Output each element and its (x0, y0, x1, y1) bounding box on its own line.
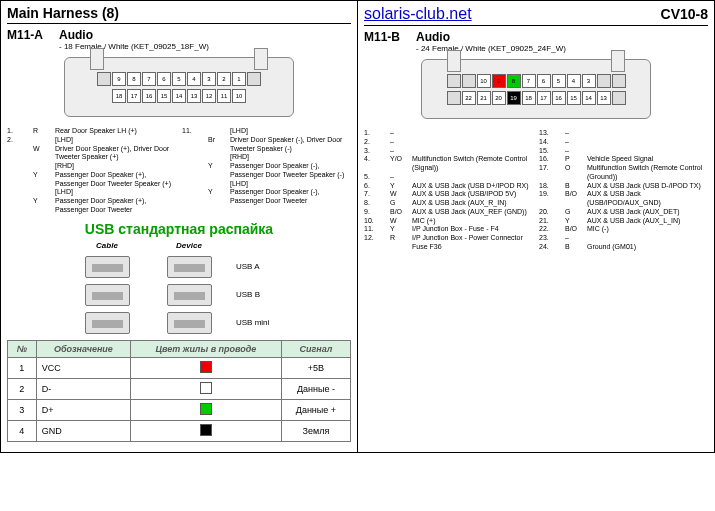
pinout-row: 11.[LHD] (182, 127, 351, 136)
connector-pin (612, 91, 626, 105)
pinout-row: 24.BGround (GM01) (539, 243, 708, 252)
connector-pin: 8 (507, 74, 521, 88)
table-row: 2D-Данные - (8, 378, 351, 399)
connector-pin: 5 (552, 74, 566, 88)
connector-pin: 16 (552, 91, 566, 105)
pinout-row: 1.– (364, 129, 533, 138)
usb-plug-icon (85, 312, 130, 334)
usb-type-label: USB B (236, 290, 286, 299)
table-header: № (8, 340, 37, 357)
usb-col-header: Device (154, 241, 224, 250)
connector-pin (612, 74, 626, 88)
connector-pin: 3 (202, 72, 216, 86)
connector-pin: 20 (492, 91, 506, 105)
connector-pin: 14 (172, 89, 186, 103)
connector-pin: 4 (187, 72, 201, 86)
connector-pin: 3 (582, 74, 596, 88)
usb-title: USB стандартная распайка (7, 221, 351, 237)
connector-pin (447, 91, 461, 105)
table-header: Обозначение (36, 340, 130, 357)
connector-pin: 12 (202, 89, 216, 103)
table-row: 4GNDЗемля (8, 420, 351, 441)
pinout-row: 4.Y/OMultifunction Switch (Remote Contro… (364, 155, 533, 173)
color-swatch (200, 382, 212, 394)
pinout-row: [LHD] (182, 180, 351, 189)
connector-pin: 19 (507, 91, 521, 105)
connector-title: Audio (59, 28, 209, 42)
pinout-row: 10.WMIC (+) (364, 217, 533, 226)
pinout-row: 21.YAUX & USB Jack (AUX_L_IN) (539, 217, 708, 226)
pinout-row: BrDriver Door Speaker (-), Driver Door T… (182, 136, 351, 154)
connector-pin: 18 (522, 91, 536, 105)
pinout-table-right: 1.–2.–3.–4.Y/OMultifunction Switch (Remo… (364, 129, 708, 252)
right-panel: solaris-club.net CV10-8 M11-B Audio - 24… (358, 1, 714, 452)
pinout-row: 8.GAUX & USB Jack (AUX_R_IN) (364, 199, 533, 208)
pinout-row: 22.B/OMIC (-) (539, 225, 708, 234)
pinout-row: 12.RI/P Junction Box - Power Connector F… (364, 234, 533, 252)
connector-pin: 4 (567, 74, 581, 88)
connector-header-right: M11-B Audio - 24 Female / White (KET_090… (364, 30, 708, 53)
connector-pin: 21 (477, 91, 491, 105)
connector-pin: 16 (142, 89, 156, 103)
pinout-row: 16.PVehicle Speed Signal (539, 155, 708, 164)
pinout-row: 15.– (539, 147, 708, 156)
connector-title: Audio (416, 30, 566, 44)
pinout-row: YPassenger Door Speaker (-), Passenger D… (182, 162, 351, 180)
connector-pin: 22 (462, 91, 476, 105)
pinout-row: 7.WAUX & USB Jack (USB/IPOD 5V) (364, 190, 533, 199)
page-code: CV10-8 (661, 6, 708, 22)
connector-subtitle: - 18 Female / White (KET_09025_18F_W) (59, 42, 209, 51)
pinout-row: [RHD] (182, 153, 351, 162)
connector-pin: 13 (187, 89, 201, 103)
right-header: solaris-club.net CV10-8 (364, 5, 708, 26)
pinout-row: 9.B/OAUX & USB Jack (AUX_REF (GND)) (364, 208, 533, 217)
usb-plug-icon (167, 312, 212, 334)
connector-pin: 18 (112, 89, 126, 103)
connector-pin: 9 (492, 74, 506, 88)
usb-plug-icon (85, 284, 130, 306)
connector-pin: 6 (537, 74, 551, 88)
pinout-row: YPassenger Door Speaker (+), Passenger D… (7, 197, 176, 215)
pinout-row: 2.– (364, 138, 533, 147)
connector-pin: 15 (567, 91, 581, 105)
connector-pin: 6 (157, 72, 171, 86)
usb-plug-icon (167, 256, 212, 278)
pinout-row: WDriver Door Speaker (+), Driver Door Tw… (7, 145, 176, 163)
usb-col-header: Cable (72, 241, 142, 250)
connector-pin (597, 74, 611, 88)
usb-plug-icon (85, 256, 130, 278)
connector-pin: 11 (217, 89, 231, 103)
connector-pin (447, 74, 461, 88)
connector-pin (247, 72, 261, 86)
pinout-row: 6.YAUX & USB Jack (USB D+/IPOD RX) (364, 182, 533, 191)
connector-pin: 9 (112, 72, 126, 86)
table-header: Цвет жилы в проводе (131, 340, 282, 357)
pinout-row: 19.B/OAUX & USB Jack (USB/IPOD/AUX_GND) (539, 190, 708, 208)
connector-pin: 10 (232, 89, 246, 103)
connector-diagram-left: 987654321181716151413121110 (64, 57, 294, 117)
connector-pin (462, 74, 476, 88)
table-row: 3D+Данные + (8, 399, 351, 420)
left-header: Main Harness (8) (7, 5, 351, 24)
connector-pin: 15 (157, 89, 171, 103)
connector-subtitle: - 24 Female / White (KET_09025_24F_W) (416, 44, 566, 53)
connector-pin: 7 (142, 72, 156, 86)
connector-pin: 14 (582, 91, 596, 105)
site-link[interactable]: solaris-club.net (364, 5, 472, 23)
connector-id: M11-A (7, 28, 47, 51)
color-swatch (200, 424, 212, 436)
left-panel: Main Harness (8) M11-A Audio - 18 Female… (1, 1, 358, 452)
pinout-row: 1.RRear Door Speaker LH (+) (7, 127, 176, 136)
color-swatch (200, 403, 212, 415)
table-row: 1VCC+5В (8, 357, 351, 378)
pinout-row: 11.YI/P Junction Box - Fuse - F4 (364, 225, 533, 234)
usb-type-label: USB mini (236, 318, 286, 327)
connector-pin: 10 (477, 74, 491, 88)
pinout-row: 23.– (539, 234, 708, 243)
pinout-row: 20.GAUX & USB Jack (AUX_DET) (539, 208, 708, 217)
usb-pinout-table: №ОбозначениеЦвет жилы в проводеСигнал 1V… (7, 340, 351, 442)
connector-header-left: M11-A Audio - 18 Female / White (KET_090… (7, 28, 351, 51)
usb-visual-grid: CableDeviceUSB AUSB BUSB mini (7, 241, 351, 334)
pinout-row: 14.– (539, 138, 708, 147)
table-header: Сигнал (281, 340, 350, 357)
